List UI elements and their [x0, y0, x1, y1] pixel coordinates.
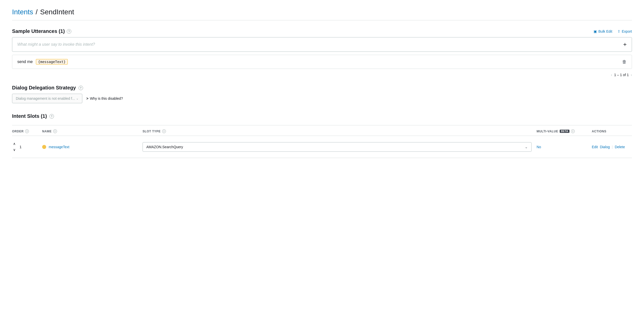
dropdown-chevron-icon: ⌄	[76, 97, 79, 100]
column-header-name: NAME ?	[42, 129, 143, 133]
multi-value-cell[interactable]: No	[537, 145, 592, 149]
dialog-delegation-dropdown: Dialog management is not enabled f... ⌄	[12, 94, 82, 103]
sample-utterances-title: Sample Utterances (1)	[12, 28, 65, 34]
beta-badge: BETA	[560, 130, 569, 133]
order-arrows: ∧ ∨	[12, 141, 17, 153]
order-column-label: ORDER	[12, 130, 24, 133]
order-up-button[interactable]: ∧	[12, 141, 17, 147]
export-icon: ⇧	[617, 29, 620, 33]
order-help-icon[interactable]: ?	[25, 129, 29, 133]
why-disabled-link[interactable]: > Why is this disabled?	[86, 96, 123, 100]
pagination: ‹ 1 – 1 of 1 ›	[12, 71, 632, 79]
column-header-actions: ACTIONS	[592, 129, 632, 133]
pagination-info: 1 – 1 of 1	[614, 73, 629, 77]
export-label: Export	[622, 29, 632, 33]
actions-cell: Edit Dialog | Delete	[592, 145, 632, 149]
slot-type-value: AMAZON.SearchQuery	[146, 145, 183, 149]
order-down-button[interactable]: ∨	[12, 147, 17, 153]
dialog-delegation-help-icon[interactable]: ?	[79, 86, 83, 90]
slot-type-dropdown[interactable]: AMAZON.SearchQuery ⌄	[143, 142, 532, 152]
slot-token: {messageText}	[36, 59, 68, 65]
sample-utterances-header: Sample Utterances (1) ? ▣ Bulk Edit ⇧ Ex…	[12, 28, 632, 34]
slot-dot-icon	[42, 145, 46, 149]
table-row: ∧ ∨ 1 messageText AMAZON.SearchQuery ⌄ N…	[12, 136, 632, 158]
utterance-prefix: send me	[17, 60, 34, 64]
delete-utterance-button[interactable]: 🗑	[622, 59, 627, 65]
utterance-text: send me {messageText}	[17, 59, 68, 65]
sample-utterances-help-icon[interactable]: ?	[67, 29, 71, 34]
action-divider: |	[612, 145, 613, 149]
intent-slots-help-icon[interactable]: ?	[49, 114, 54, 119]
table-header-row: ORDER ? NAME ? SLOT TYPE ? MULTI-VALUE B…	[12, 125, 632, 136]
slot-name-link[interactable]: messageText	[49, 145, 69, 149]
bulk-edit-label: Bulk Edit	[598, 29, 612, 33]
utterance-input-container[interactable]: What might a user say to invoke this int…	[12, 37, 632, 52]
dialog-delegation-header: Dialog Delegation Strategy ?	[12, 85, 632, 91]
utterance-input-placeholder: What might a user say to invoke this int…	[17, 42, 95, 47]
multi-value-column-label: MULTI-VALUE	[537, 130, 558, 133]
name-column-label: NAME	[42, 130, 52, 133]
dialog-delegation-controls: Dialog management is not enabled f... ⌄ …	[12, 94, 632, 103]
add-utterance-button[interactable]: +	[623, 41, 627, 47]
breadcrumb-current: SendIntent	[40, 8, 74, 16]
bulk-edit-icon: ▣	[594, 29, 597, 33]
intent-slots-table: ORDER ? NAME ? SLOT TYPE ? MULTI-VALUE B…	[12, 125, 632, 158]
why-disabled-arrow-icon: >	[86, 96, 88, 100]
multi-value-value: No	[537, 145, 541, 149]
sample-utterances-actions: ▣ Bulk Edit ⇧ Export	[594, 29, 632, 33]
column-header-multi-value: MULTI-VALUE BETA ?	[537, 129, 592, 133]
dialog-action-link[interactable]: Dialog	[600, 145, 610, 149]
intent-slots-header: Intent Slots (1) ?	[12, 113, 632, 119]
delete-action-link[interactable]: Delete	[615, 145, 625, 149]
order-cell: ∧ ∨ 1	[12, 141, 42, 153]
breadcrumb-intents-link[interactable]: Intents	[12, 8, 33, 16]
sample-utterances-title-group: Sample Utterances (1) ?	[12, 28, 71, 34]
export-button[interactable]: ⇧ Export	[617, 29, 632, 33]
actions-column-label: ACTIONS	[592, 130, 606, 133]
intent-slots-title: Intent Slots (1)	[12, 113, 47, 119]
why-disabled-label: Why is this disabled?	[90, 96, 123, 100]
slot-type-help-icon[interactable]: ?	[162, 129, 166, 133]
pagination-next-icon[interactable]: ›	[631, 73, 632, 77]
edit-action-link[interactable]: Edit	[592, 145, 598, 149]
breadcrumb: Intents / SendIntent	[12, 8, 632, 20]
pagination-prev-icon[interactable]: ‹	[611, 73, 612, 77]
bulk-edit-button[interactable]: ▣ Bulk Edit	[594, 29, 612, 33]
dialog-dropdown-placeholder: Dialog management is not enabled f...	[16, 96, 75, 100]
slot-type-chevron-icon: ⌄	[525, 145, 528, 149]
column-header-order: ORDER ?	[12, 129, 42, 133]
name-cell: messageText	[42, 145, 143, 149]
column-header-slot-type: SLOT TYPE ?	[143, 129, 537, 133]
utterance-item: send me {messageText} 🗑	[12, 55, 632, 69]
slot-type-cell: AMAZON.SearchQuery ⌄	[143, 142, 537, 152]
name-help-icon[interactable]: ?	[53, 129, 57, 133]
slot-type-column-label: SLOT TYPE	[143, 130, 161, 133]
dialog-delegation-title: Dialog Delegation Strategy	[12, 85, 76, 91]
multi-value-help-icon[interactable]: ?	[571, 129, 575, 133]
order-number: 1	[18, 145, 22, 149]
breadcrumb-separator: /	[36, 8, 38, 16]
main-page: Intents / SendIntent Sample Utterances (…	[0, 0, 644, 166]
